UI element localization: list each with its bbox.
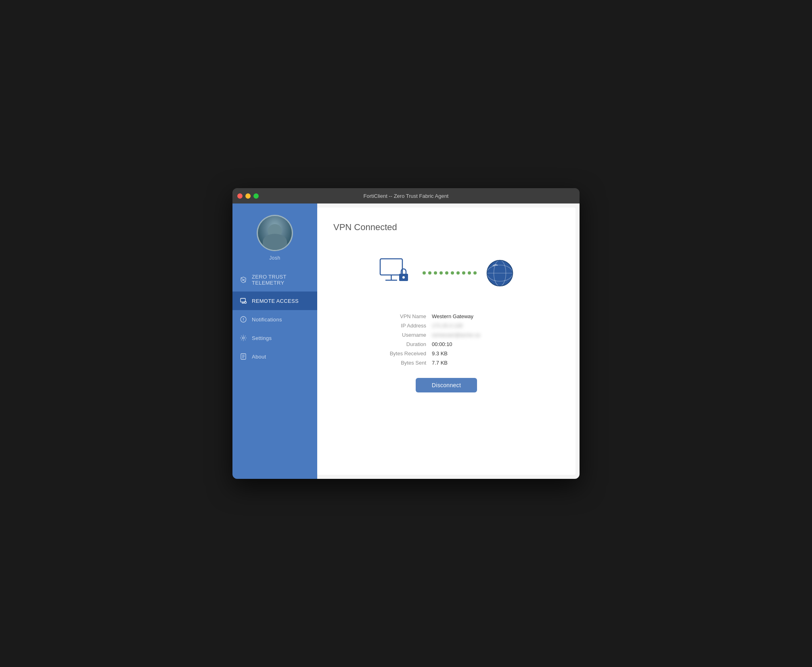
svg-point-11 <box>243 337 245 339</box>
dot-2 <box>428 271 431 275</box>
sidebar-item-settings[interactable]: Settings <box>232 329 317 347</box>
dot-8 <box>462 271 465 275</box>
vpn-status-title: VPN Connected <box>333 222 559 233</box>
maximize-button[interactable] <box>253 193 259 199</box>
computer-lock-icon <box>378 257 414 289</box>
zero-trust-icon <box>240 276 247 283</box>
ip-address-value: 172.20.3.128 <box>432 323 463 329</box>
ip-address-label: IP Address <box>374 323 426 329</box>
sidebar-label-about: About <box>252 354 266 360</box>
bytes-sent-value: 7.7 KB <box>432 360 448 366</box>
content-panel: VPN Connected <box>317 208 576 475</box>
about-icon <box>240 353 247 360</box>
dot-7 <box>456 271 460 275</box>
vpn-username-value: someuser@acme.ca <box>432 332 480 338</box>
svg-rect-16 <box>380 259 402 275</box>
sidebar-label-zero-trust: ZERO TRUST TELEMETRY <box>252 274 310 286</box>
duration-value: 00:00:10 <box>432 341 452 347</box>
vpn-username-label: Username <box>374 332 426 338</box>
dot-9 <box>468 271 471 275</box>
sidebar: Josh ZERO TRUST TELEMETRY <box>232 203 317 479</box>
vpn-name-row: VPN Name Western Gateway <box>374 313 519 319</box>
username: Josh <box>269 255 280 261</box>
vpn-info: VPN Name Western Gateway IP Address 172.… <box>333 313 559 366</box>
sidebar-item-remote-access[interactable]: REMOTE ACCESS <box>232 292 317 310</box>
bytes-received-value: 9.3 KB <box>432 350 448 357</box>
avatar <box>257 215 293 251</box>
vpn-name-value: Western Gateway <box>432 313 473 319</box>
app-window: FortiClient -- Zero Trust Fabric Agent J… <box>232 188 580 479</box>
window-title: FortiClient -- Zero Trust Fabric Agent <box>364 193 449 199</box>
dot-3 <box>434 271 437 275</box>
main-content: VPN Connected <box>317 203 580 479</box>
duration-label: Duration <box>374 341 426 347</box>
globe-icon <box>485 258 515 288</box>
dot-1 <box>423 271 426 275</box>
disconnect-button[interactable]: Disconnect <box>416 378 477 392</box>
sidebar-item-notifications[interactable]: Notifications <box>232 310 317 329</box>
sidebar-item-about[interactable]: About <box>232 347 317 366</box>
dot-10 <box>473 271 477 275</box>
avatar-image <box>258 216 292 250</box>
duration-row: Duration 00:00:10 <box>374 341 519 347</box>
username-row: Username someuser@acme.ca <box>374 332 519 338</box>
bytes-received-label: Bytes Received <box>374 350 426 357</box>
sidebar-label-notifications: Notifications <box>252 317 282 323</box>
bytes-received-row: Bytes Received 9.3 KB <box>374 350 519 357</box>
sidebar-item-zero-trust[interactable]: ZERO TRUST TELEMETRY <box>232 268 317 292</box>
sidebar-nav: ZERO TRUST TELEMETRY REMOTE ACCESS <box>232 268 317 479</box>
bytes-sent-label: Bytes Sent <box>374 360 426 366</box>
bytes-sent-row: Bytes Sent 7.7 KB <box>374 360 519 366</box>
sidebar-label-remote-access: REMOTE ACCESS <box>252 298 299 304</box>
settings-icon <box>240 334 247 342</box>
vpn-visual <box>333 249 559 297</box>
svg-point-10 <box>243 320 244 321</box>
sidebar-label-settings: Settings <box>252 335 272 341</box>
notifications-icon <box>240 316 247 323</box>
traffic-lights <box>237 193 259 199</box>
app-body: Josh ZERO TRUST TELEMETRY <box>232 203 580 479</box>
titlebar: FortiClient -- Zero Trust Fabric Agent <box>232 188 580 203</box>
dot-5 <box>445 271 448 275</box>
ip-address-row: IP Address 172.20.3.128 <box>374 323 519 329</box>
connection-dots <box>423 271 477 275</box>
vpn-name-label: VPN Name <box>374 313 426 319</box>
minimize-button[interactable] <box>245 193 251 199</box>
dot-4 <box>439 271 443 275</box>
close-button[interactable] <box>237 193 243 199</box>
avatar-section: Josh <box>232 203 317 268</box>
svg-point-20 <box>402 276 405 279</box>
remote-access-icon <box>240 297 247 304</box>
dot-6 <box>451 271 454 275</box>
